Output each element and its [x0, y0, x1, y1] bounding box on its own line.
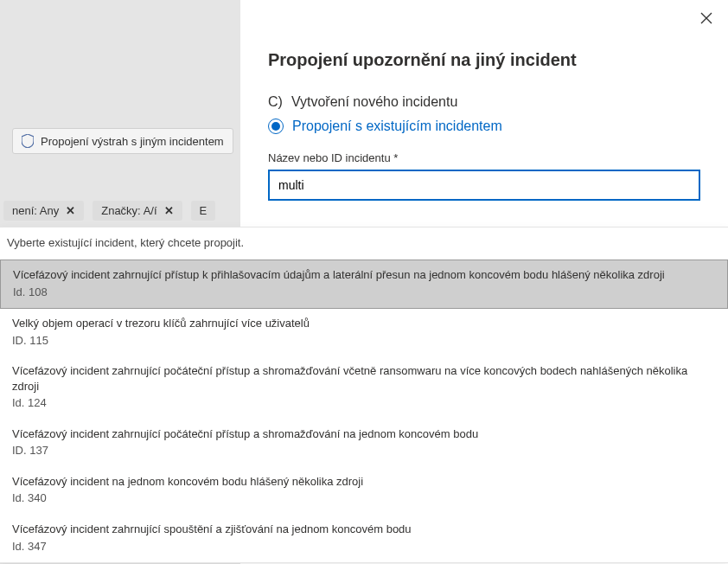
suggestion-id: Id. 340 [12, 490, 716, 506]
filter-chip[interactable]: E [191, 201, 216, 221]
radio-group: C) Vytvoření nového incidentu Propojení … [268, 94, 700, 134]
close-icon[interactable]: ✕ [164, 204, 174, 217]
suggestion-item[interactable]: Vícefázový incident zahrnující přístup k… [0, 260, 728, 309]
suggestion-id: ID. 115 [12, 333, 716, 349]
suggestion-item[interactable]: Velký objem operací v trezoru klíčů zahr… [0, 309, 728, 356]
suggestion-title: Vícefázový incident na jednom koncovém b… [12, 475, 363, 488]
suggestion-title: Velký objem operací v trezoru klíčů zahr… [12, 317, 310, 330]
incident-search-input[interactable] [268, 170, 700, 201]
suggestion-id: ID. 137 [12, 443, 716, 458]
radio-link-existing[interactable]: Propojení s existujícím incidentem [268, 119, 700, 134]
filter-chip[interactable]: není: Any ✕ [3, 201, 84, 221]
filter-chip[interactable]: Značky: A/í ✕ [93, 201, 182, 221]
option-marker: C) [268, 94, 283, 110]
suggestion-title: Vícefázový incident zahrnující počáteční… [12, 427, 478, 440]
incident-suggestions: Vyberte existující incident, který chcet… [0, 227, 728, 563]
link-alerts-label: Propojení výstrah s jiným incidentem [41, 135, 224, 148]
suggestion-id: Id. 124 [12, 395, 716, 411]
suggestion-title: Vícefázový incident zahrnující přístup k… [13, 268, 665, 281]
close-button[interactable] [697, 9, 716, 28]
radio-dot-icon [268, 119, 284, 134]
suggestion-item[interactable]: Vícefázový incident zahrnující spouštění… [0, 515, 728, 562]
suggestion-title: Vícefázový incident zahrnující spouštění… [12, 522, 412, 535]
suggestion-title: Vícefázový incident zahrnující počáteční… [12, 364, 687, 393]
incident-field-label: Název nebo ID incidentu * [268, 151, 700, 164]
shield-icon [22, 134, 34, 148]
suggestion-item[interactable]: Vícefázový incident na jednom koncovém b… [0, 467, 728, 515]
link-alerts-button[interactable]: Propojení výstrah s jiným incidentem [12, 128, 233, 154]
close-icon[interactable]: ✕ [66, 204, 75, 217]
panel-title: Propojení upozornění na jiný incident [268, 50, 700, 70]
suggestion-item[interactable]: Vícefázový incident zahrnující počáteční… [0, 420, 728, 467]
suggestions-hint: Vyberte existující incident, který chcet… [0, 228, 728, 260]
suggestion-item[interactable]: Vícefázový incident zahrnující počáteční… [0, 356, 728, 420]
filter-chips: není: Any ✕ Značky: A/í ✕ E [0, 201, 215, 221]
radio-create-new[interactable]: C) Vytvoření nového incidentu [268, 94, 700, 110]
suggestion-id: Id. 347 [12, 539, 716, 554]
suggestion-id: Id. 108 [13, 285, 715, 300]
